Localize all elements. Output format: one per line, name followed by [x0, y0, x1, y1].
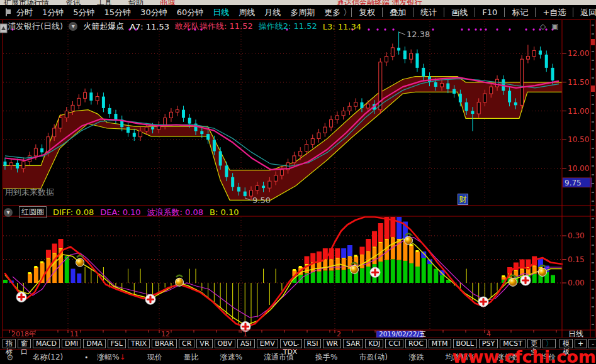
tab-TRIX[interactable]: TRIX: [128, 339, 150, 348]
diff-curve: [5, 217, 562, 327]
menu-item-资讯[interactable]: 资讯: [65, 0, 81, 5]
value-line1: 敢死队操作线: 11.52: [175, 21, 253, 32]
action-叠加[interactable]: 叠加: [383, 7, 413, 18]
header-icons: ◇ ▣: [540, 22, 559, 31]
period-toolbar: 分时1分钟5分钟15分钟30分钟60分钟日线周线月线多周期更多 〉 复权叠加统计…: [0, 5, 596, 19]
column-涨速%[interactable]: 涨速%: [220, 352, 242, 363]
action-F10[interactable]: F10: [475, 8, 504, 17]
main-chart-header: 浦发银行(日线) ▾ 火箭起爆点 A7: 11.53 敢死队操作线: 11.52…: [8, 21, 361, 32]
tab-CCI[interactable]: CCI: [385, 339, 403, 348]
stock-title: 浦发银行(日线): [8, 21, 63, 32]
value-wave: 波浪系数: 0.08: [147, 207, 203, 218]
tab-CR[interactable]: CR: [179, 339, 194, 348]
period-日线[interactable]: 日线: [213, 7, 229, 18]
period-1分钟[interactable]: 1分钟: [42, 7, 64, 18]
app-title: 通达信金融终端 浦发银行: [337, 0, 422, 5]
date-label: 2018年: [11, 330, 36, 338]
tab-EMV[interactable]: EMV: [257, 339, 278, 348]
date-label: 1: [243, 330, 247, 338]
action-复权[interactable]: 复权: [352, 7, 382, 18]
chevron-down-icon[interactable]: ▾: [4, 208, 13, 217]
chevron-down-icon[interactable]: ▾: [69, 22, 77, 31]
svg-text:9.75: 9.75: [565, 179, 582, 187]
wave-curve: [5, 239, 562, 326]
period-多周期[interactable]: 多周期: [290, 7, 315, 18]
tab-MTM[interactable]: MTM: [429, 339, 451, 348]
scroll-up-icon[interactable]: [0, 24, 7, 33]
tab-ASI[interactable]: ASI: [237, 339, 255, 348]
period-5分钟[interactable]: 5分钟: [73, 7, 94, 18]
tab-SAR[interactable]: SAR: [343, 339, 363, 348]
svg-text:11.50: 11.50: [568, 78, 589, 87]
gear-icon[interactable]: ⚙: [6, 353, 14, 362]
column-涨幅%[interactable]: 涨幅%↓: [97, 352, 125, 363]
tab-DMI[interactable]: DMI: [62, 339, 81, 348]
sort-desc-icon: ↓: [120, 353, 126, 361]
menu-items: 扩展市场行情资讯工具帮助商城: [4, 0, 175, 5]
column-换手%[interactable]: 换手%: [315, 352, 337, 363]
trend-band: [3, 77, 562, 201]
tab-MACD[interactable]: MACD: [33, 339, 60, 348]
period-30分钟[interactable]: 30分钟: [140, 7, 167, 18]
period-buttons: 分时1分钟5分钟15分钟30分钟60分钟日线周线月线多周期更多 〉: [16, 7, 351, 18]
column-现价[interactable]: 现价: [147, 352, 162, 363]
action-标记[interactable]: 标记: [505, 7, 535, 18]
date-label: 2: [337, 330, 341, 338]
tab-RSI[interactable]: RSI: [304, 339, 322, 348]
column-流通市值[interactable]: 流通市值: [264, 352, 294, 363]
cross-markers: [16, 267, 531, 331]
period-月线[interactable]: 月线: [264, 7, 281, 18]
tab-OBV[interactable]: OBV: [215, 339, 235, 348]
value-l3: L3: 11.34: [323, 22, 361, 31]
sub-chart-header: ▾ 红圆圈 DIFF: 0.08 DEA: 0.10 波浪系数: 0.08 B:…: [4, 206, 239, 218]
diamond-icon[interactable]: ◇: [540, 22, 546, 31]
tab-指标[interactable]: 指标: [3, 339, 16, 348]
histogram-bars: [3, 217, 555, 326]
svg-text:0.00: 0.00: [568, 279, 585, 287]
future-data-note: 用到未来数据: [5, 187, 54, 198]
tab-BRAR[interactable]: BRAR: [152, 339, 177, 348]
svg-text:11.00: 11.00: [568, 107, 589, 116]
menu-item-工具[interactable]: 工具: [97, 0, 112, 5]
period-15分钟[interactable]: 15分钟: [104, 7, 132, 18]
menu-item-扩展市场行情[interactable]: 扩展市场行情: [4, 0, 49, 5]
price-annotation: 9.50: [252, 196, 271, 205]
cai-badge[interactable]: 财: [458, 194, 468, 205]
column-涨跌[interactable]: 涨跌: [409, 352, 424, 363]
tab-ROC[interactable]: ROC: [405, 339, 427, 348]
action-buttons: 复权叠加统计画线F10标记+自选返回: [351, 7, 596, 18]
tab-WR[interactable]: WR: [323, 339, 341, 348]
tab-VOL-TDX[interactable]: VOL-TDX: [280, 339, 302, 348]
window-layout-icon[interactable]: [6, 8, 7, 16]
period-周线[interactable]: 周线: [239, 7, 255, 18]
svg-text:10.00: 10.00: [568, 164, 589, 173]
mini-scrollbar: [591, 25, 595, 324]
tab-KDJ[interactable]: KDJ: [365, 339, 383, 348]
action-统计[interactable]: 统计: [413, 7, 444, 18]
app-window: 扩展市场行情资讯工具帮助商城 通达信金融终端 浦发银行 分时1分钟5分钟15分钟…: [0, 0, 596, 364]
action-+自选[interactable]: +自选: [536, 7, 573, 18]
period-更多 〉[interactable]: 更多 〉: [324, 7, 351, 18]
svg-text:0.30: 0.30: [568, 231, 585, 240]
sub-indicator-name[interactable]: 红圆圈: [19, 206, 47, 218]
value-b: B: 0.10: [210, 207, 239, 217]
value-diff: DIFF: 0.08: [53, 207, 94, 217]
menu-bar: 扩展市场行情资讯工具帮助商城 通达信金融终端 浦发银行: [0, 0, 596, 5]
tab-窗口[interactable]: 窗口: [18, 339, 31, 348]
period-分时[interactable]: 分时: [16, 7, 33, 18]
menu-item-帮助[interactable]: 帮助: [128, 0, 143, 5]
chart-canvas[interactable]: 12.0011.5011.0010.5010.009.7512.389.500.…: [0, 19, 596, 338]
column-市盈(动)[interactable]: 市盈(动): [359, 352, 387, 363]
column-量比[interactable]: 量比: [184, 352, 199, 363]
tab-FSL[interactable]: FSL: [108, 339, 126, 348]
tab-VR[interactable]: VR: [196, 339, 212, 348]
sort-dot-icon: •: [84, 354, 88, 361]
date-label: 11: [70, 330, 79, 338]
panel-icon[interactable]: ▣: [551, 22, 558, 31]
menu-item-mall[interactable]: 商城: [160, 0, 175, 5]
column-名称(12)[interactable]: 名称(12): [33, 352, 64, 363]
action-画线[interactable]: 画线: [444, 7, 475, 18]
action-返回[interactable]: 返回: [573, 7, 596, 18]
period-60分钟[interactable]: 60分钟: [177, 7, 204, 18]
tab-DMA[interactable]: DMA: [83, 339, 106, 348]
